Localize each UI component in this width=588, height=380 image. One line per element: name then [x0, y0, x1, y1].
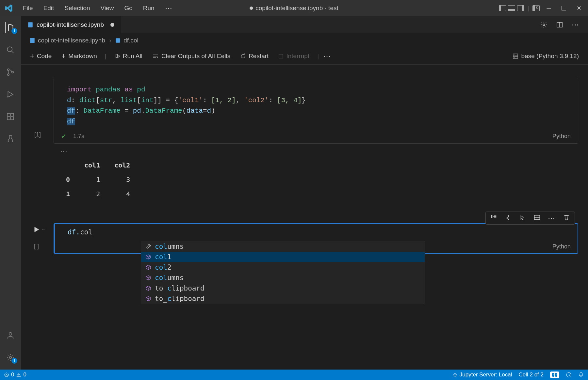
intellisense-item[interactable]: columns [141, 273, 425, 283]
cell-status-bar: ✓ 1.7s Python [54, 130, 578, 143]
tab-label: copilot-intellisense.ipynb [37, 21, 104, 28]
tab-notebook[interactable]: copilot-intellisense.ipynb [21, 16, 121, 33]
split-cell-icon[interactable] [533, 214, 541, 221]
activity-accounts-icon[interactable] [5, 330, 16, 341]
run-cell-gutter[interactable] [33, 226, 46, 233]
svg-point-2 [8, 74, 9, 75]
cell-language[interactable]: Python [552, 243, 571, 250]
activity-source-control-icon[interactable] [5, 67, 16, 78]
intellisense-item[interactable]: col2 [141, 262, 425, 273]
menu-run[interactable]: Run [139, 3, 159, 13]
cube-icon [145, 285, 152, 292]
menu-selection[interactable]: Selection [60, 3, 94, 13]
activity-explorer-icon[interactable]: 1 [5, 22, 16, 33]
settings-badge: 1 [11, 358, 17, 364]
intellisense-popup[interactable]: columnscol1col2columnsto_clipboardto_cli… [141, 241, 425, 304]
status-copilot-icon[interactable] [550, 372, 559, 378]
status-bar: 0 0 Jupyter Server: Local Cell 2 of 2 [0, 370, 588, 380]
window-maximize-icon[interactable] [557, 2, 571, 15]
kernel-picker[interactable]: base (Python 3.9.12) [509, 51, 582, 61]
svg-rect-6 [7, 117, 10, 120]
window-controls: | ─ ✕ [499, 2, 588, 15]
execute-below-icon[interactable] [519, 214, 526, 221]
status-jupyter-server[interactable]: Jupyter Server: Local [452, 372, 512, 378]
feedback-icon [566, 372, 572, 378]
copilot-icon [551, 372, 558, 377]
status-problems[interactable]: 0 0 [4, 372, 26, 378]
cell-more-icon[interactable]: ⋯ [548, 214, 556, 222]
cell-language[interactable]: Python [552, 133, 571, 140]
status-feedback-icon[interactable] [566, 372, 572, 378]
intellisense-item[interactable]: to_clipboard [141, 283, 425, 293]
window-close-icon[interactable]: ✕ [572, 2, 586, 15]
svg-rect-15 [279, 54, 283, 58]
output-more-icon[interactable]: ⋯ [57, 147, 578, 158]
intellisense-item[interactable]: to_clipboard [141, 293, 425, 304]
delete-cell-icon[interactable] [563, 214, 570, 221]
tab-more-icon[interactable]: ⋯ [572, 21, 580, 29]
menu-go[interactable]: Go [120, 3, 137, 13]
intellisense-item[interactable]: col1 [141, 252, 425, 262]
chevron-down-icon[interactable] [41, 227, 46, 232]
menu-edit[interactable]: Edit [39, 3, 59, 13]
layout-right-icon[interactable] [517, 5, 524, 11]
breadcrumb[interactable]: copilot-intellisense.ipynb › df.col [21, 33, 588, 48]
svg-rect-10 [28, 22, 33, 27]
breadcrumb-symbol[interactable]: df.col [123, 37, 138, 44]
layout-left-icon[interactable] [499, 5, 506, 11]
toolbar-more-icon[interactable]: ⋯ [323, 52, 331, 60]
add-code-button[interactable]: +Code [27, 51, 55, 62]
window-title: copilot-intellisense.ipynb - test [250, 5, 338, 12]
menu-file[interactable]: File [18, 3, 38, 13]
execution-count: [1] [34, 131, 41, 138]
notebook-toolbar: +Code +Markdown | Run All Clear Outputs … [21, 48, 588, 65]
activity-extensions-icon[interactable] [5, 111, 16, 122]
run-all-button[interactable]: Run All [111, 51, 146, 61]
svg-rect-4 [7, 113, 10, 116]
intellisense-item[interactable]: columns [141, 241, 425, 252]
layout-custom-icon[interactable] [532, 5, 540, 11]
run-by-line-icon[interactable] [490, 214, 498, 221]
window-minimize-icon[interactable]: ─ [542, 2, 556, 15]
status-cell-position[interactable]: Cell 2 of 2 [518, 372, 544, 378]
svg-point-19 [514, 57, 514, 57]
intellisense-label: col2 [155, 263, 172, 271]
code-editor-active[interactable]: df.col columnscol1col2columnsto_clipboar… [55, 224, 578, 241]
split-editor-icon[interactable] [556, 21, 563, 28]
activity-search-icon[interactable] [5, 44, 16, 55]
menu-more-icon[interactable]: ⋯ [160, 3, 177, 14]
code-editor[interactable]: import pandas as pd d: dict[str, list[in… [54, 83, 578, 130]
dataframe-table: col1col2 013124 [59, 158, 137, 201]
svg-point-9 [9, 356, 12, 359]
chevron-right-icon: › [108, 37, 112, 44]
execute-above-icon[interactable] [505, 214, 512, 221]
cell-output: ⋯ col1col2 013124 [54, 147, 578, 201]
table-header [59, 158, 77, 172]
activity-settings-icon[interactable]: 1 [5, 352, 16, 363]
svg-rect-14 [116, 38, 121, 43]
wrench-icon [145, 243, 152, 250]
table-header: col2 [107, 158, 137, 172]
bell-icon [578, 372, 584, 378]
code-cell-2[interactable]: df.col columnscol1col2columnsto_clipboar… [54, 223, 578, 254]
interrupt-button: Interrupt [275, 51, 313, 61]
add-markdown-button[interactable]: +Markdown [58, 51, 100, 62]
activity-run-debug-icon[interactable] [5, 89, 16, 100]
status-bell-icon[interactable] [578, 372, 584, 378]
breadcrumb-file[interactable]: copilot-intellisense.ipynb [38, 37, 105, 44]
gear-icon[interactable] [540, 21, 547, 28]
cube-icon [145, 264, 152, 271]
layout-bottom-icon[interactable] [508, 5, 515, 11]
table-row: 124 [59, 187, 137, 201]
exec-time: 1.7s [73, 133, 84, 140]
intellisense-label: to_clipboard [155, 295, 204, 303]
menu-view[interactable]: View [96, 3, 119, 13]
check-icon: ✓ [61, 132, 67, 140]
clear-outputs-button[interactable]: Clear Outputs of All Cells [149, 51, 234, 61]
activity-testing-icon[interactable] [5, 133, 16, 144]
clear-icon [152, 54, 159, 59]
code-cell-1[interactable]: import pandas as pd d: dict[str, list[in… [54, 78, 578, 144]
play-icon[interactable] [33, 226, 40, 233]
title-bar: File Edit Selection View Go Run ⋯ copilo… [0, 0, 588, 16]
restart-button[interactable]: Restart [237, 51, 272, 61]
